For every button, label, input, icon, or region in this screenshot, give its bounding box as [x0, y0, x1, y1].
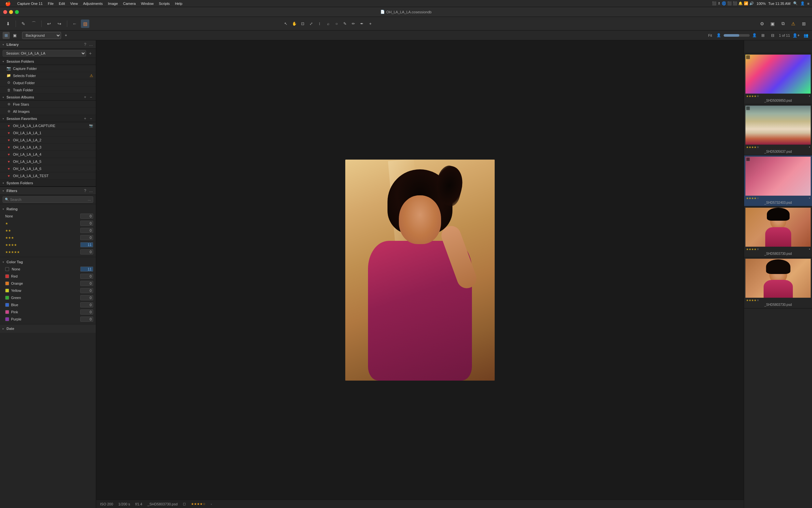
- thumbnail-item-1[interactable]: ★★★★ ★ • _SHD5009850.psd: [744, 53, 812, 104]
- output-folder-item[interactable]: ⚙ Output Folder: [0, 79, 96, 86]
- all-images-album[interactable]: ⊕ All Images: [0, 108, 96, 115]
- session-dropdown[interactable]: Session: OH_LA_LA_LA: [3, 50, 86, 56]
- display-button[interactable]: ▣: [768, 19, 777, 28]
- redo-button[interactable]: ↪: [55, 19, 64, 28]
- close-button[interactable]: [3, 10, 7, 14]
- library-more-button[interactable]: …: [89, 42, 93, 47]
- rating-3-row[interactable]: ★★★ 0: [0, 234, 96, 241]
- brush-tool[interactable]: ⌒: [30, 19, 38, 28]
- color-tag-header[interactable]: ▾ Color Tag: [0, 258, 96, 265]
- loupe-tool[interactable]: ⌕: [325, 20, 332, 27]
- fav-item-2[interactable]: ♥ OH_LA_LA_LA_2: [0, 136, 96, 144]
- filters-more-button[interactable]: …: [89, 188, 93, 193]
- favorites-add-button[interactable]: +: [83, 116, 87, 121]
- rating-4-row[interactable]: ★★★★ 11: [0, 241, 96, 248]
- fav-item-3[interactable]: ♥ OH_LA_LA_LA_3: [0, 144, 96, 151]
- rotate-tool[interactable]: ⫶: [316, 20, 323, 27]
- thumb-2-checkbox[interactable]: [746, 106, 750, 110]
- selects-folder-item[interactable]: 📁 Selects Folder ⚠: [0, 72, 96, 79]
- rating-2-row[interactable]: ★★ 0: [0, 227, 96, 234]
- menubar-camera[interactable]: Camera: [121, 2, 138, 5]
- brush2-tool[interactable]: ✏: [350, 20, 357, 27]
- colortag-none-check[interactable]: [5, 267, 9, 271]
- settings-button[interactable]: ⚙: [758, 19, 767, 28]
- info-stars[interactable]: ★★★★☆: [191, 502, 205, 506]
- search-options-button[interactable]: …: [88, 198, 91, 201]
- thumbnail-item-5[interactable]: ★★★★ ★ _SHD5803730.psd: [744, 257, 812, 308]
- fav-capture-item[interactable]: ♥ OH_LA_LA_LA CAPTURE 📷: [0, 122, 96, 129]
- system-folders-header[interactable]: ▾ System Folders: [0, 179, 96, 186]
- fav-item-5[interactable]: ♥ OH_LA_LA_LA_5: [0, 158, 96, 165]
- five-stars-album[interactable]: ⊕ Five Stars: [0, 101, 96, 108]
- thumb-top-partial[interactable]: [744, 40, 812, 53]
- menubar-window[interactable]: Window: [138, 2, 156, 5]
- user2-button[interactable]: 👥: [802, 32, 809, 39]
- search-input[interactable]: [10, 198, 86, 202]
- circle-tool[interactable]: ○: [333, 20, 340, 27]
- rating-none-row[interactable]: None 0: [0, 213, 96, 220]
- crop-tool[interactable]: ⊡: [299, 20, 306, 27]
- colortag-pink-row[interactable]: Pink 0: [0, 308, 96, 315]
- session-add-button[interactable]: +: [87, 50, 93, 56]
- main-viewer[interactable]: [96, 40, 744, 500]
- progress-bar[interactable]: [724, 34, 750, 37]
- transform-tool[interactable]: ⤢: [307, 20, 315, 27]
- menubar-file[interactable]: File: [45, 2, 56, 5]
- menubar-search-icon[interactable]: 🔍: [793, 1, 798, 5]
- undo-button[interactable]: ↩: [45, 19, 53, 28]
- session-favorites-header[interactable]: ▾ Session Favorites + −: [0, 115, 96, 122]
- colortag-none-row[interactable]: None 11: [0, 265, 96, 273]
- apple-menu[interactable]: 🍎: [3, 1, 13, 6]
- prev-button[interactable]: ←: [70, 19, 79, 28]
- favorites-remove-button[interactable]: −: [89, 116, 93, 121]
- trash-folder-item[interactable]: 🗑 Trash Folder: [0, 86, 96, 94]
- add-layer-button[interactable]: +: [62, 32, 69, 39]
- import-button[interactable]: ⬇: [4, 19, 12, 28]
- rating-1-row[interactable]: ★ 0: [0, 220, 96, 227]
- fav-item-4[interactable]: ♥ OH_LA_LA_LA_4: [0, 151, 96, 158]
- colortag-blue-row[interactable]: Blue 0: [0, 301, 96, 308]
- compare-button[interactable]: ⧉: [779, 19, 787, 28]
- rating-5-row[interactable]: ★★★★★ 0: [0, 248, 96, 255]
- zoom-fit-button[interactable]: ⊞: [759, 32, 767, 39]
- pen-tool[interactable]: ✎: [341, 20, 348, 27]
- grid-view-button[interactable]: ⊞: [3, 32, 10, 39]
- session-albums-header[interactable]: ▾ Session Albums + −: [0, 94, 96, 101]
- filters-help-button[interactable]: ?: [83, 188, 87, 193]
- filters-header[interactable]: ▾ Filters ? …: [0, 186, 96, 195]
- menubar-view[interactable]: View: [67, 2, 81, 5]
- menubar-help[interactable]: Help: [173, 2, 185, 5]
- select-tool[interactable]: ↖: [282, 20, 289, 27]
- library-help-button[interactable]: ?: [83, 42, 87, 47]
- menubar-image[interactable]: Image: [105, 2, 121, 5]
- layer-select[interactable]: Background: [22, 32, 61, 39]
- alert-button[interactable]: ⚠: [789, 19, 798, 28]
- menubar-adjustments[interactable]: Adjustments: [81, 2, 105, 5]
- cursor-tool[interactable]: ✎: [19, 19, 28, 28]
- capture-folder-item[interactable]: 📷 Capture Folder: [0, 65, 96, 72]
- menubar-appname[interactable]: Capture One 11: [15, 2, 45, 5]
- thumbnail-item-3[interactable]: ★★★★ ★ • _SHD5732403.psd: [744, 155, 812, 206]
- colortag-red-row[interactable]: Red 0: [0, 273, 96, 280]
- menubar-lines-icon[interactable]: ≡: [807, 2, 809, 5]
- colortag-yellow-row[interactable]: Yellow 0: [0, 287, 96, 294]
- eraser-tool[interactable]: ✒: [358, 20, 366, 27]
- fav-item-6[interactable]: ♥ OH_LA_LA_LA_6: [0, 165, 96, 172]
- fav-item-1[interactable]: ♥ OH_LA_LA_LA_1: [0, 129, 96, 136]
- next-button[interactable]: ▨: [81, 19, 89, 28]
- date-header[interactable]: ▸ Date: [0, 324, 96, 333]
- menubar-scripts[interactable]: Scripts: [156, 2, 173, 5]
- thumbnail-item-2[interactable]: ★★★★ ★ • _SHD5305637.psd: [744, 104, 812, 155]
- stamp-tool[interactable]: ⌖: [367, 20, 374, 27]
- library-header[interactable]: ▾ Library ? …: [0, 40, 96, 49]
- albums-add-button[interactable]: +: [83, 95, 87, 99]
- apps-button[interactable]: ⊞: [800, 19, 808, 28]
- colortag-orange-row[interactable]: Orange 0: [0, 280, 96, 287]
- hand-tool[interactable]: ✋: [291, 20, 298, 27]
- add-user-button[interactable]: 👤+: [793, 32, 800, 39]
- thumb-1-checkbox[interactable]: [746, 55, 750, 59]
- thumb-3-checkbox[interactable]: [746, 157, 750, 161]
- minimize-button[interactable]: [9, 10, 13, 14]
- session-folders-header[interactable]: ▾ Session Folders: [0, 58, 96, 65]
- single-view-button[interactable]: ▣: [11, 32, 18, 39]
